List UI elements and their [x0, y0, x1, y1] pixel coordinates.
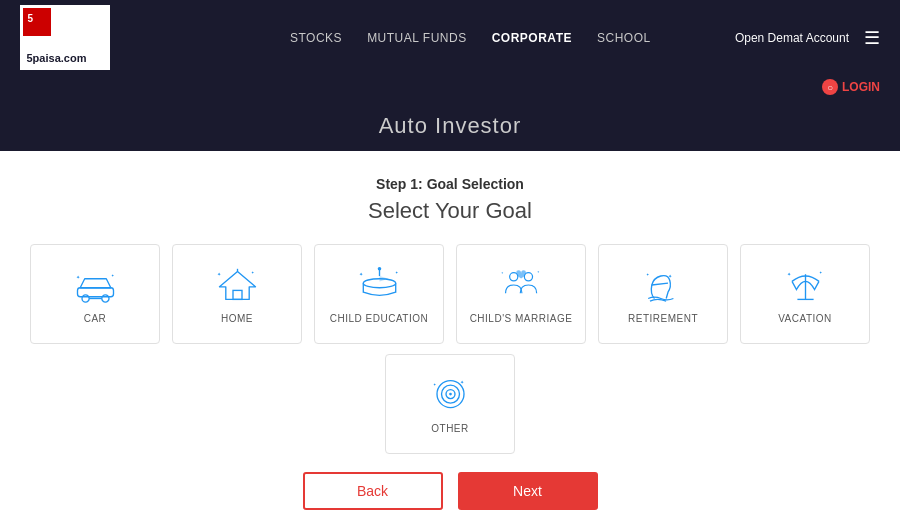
- user-icon: ○: [822, 79, 838, 95]
- goal-card-retirement[interactable]: ✦ ✦ RETIREMENT: [598, 244, 728, 344]
- nav-mutual-funds[interactable]: MUTUAL FUNDS: [367, 31, 467, 45]
- home-label: HOME: [221, 313, 253, 324]
- nav-school[interactable]: SCHOOL: [597, 31, 651, 45]
- car-label: CAR: [84, 313, 107, 324]
- retirement-icon: ✦ ✦: [641, 265, 686, 305]
- svg-point-31: [449, 392, 452, 395]
- child-education-icon: ✦ ✦: [357, 265, 402, 305]
- main-content: Step 1: Goal Selection Select Your Goal …: [0, 151, 900, 514]
- goals-row-2: ✦ ✦ OTHER: [20, 354, 880, 454]
- svg-text:✦: ✦: [432, 383, 436, 387]
- svg-text:✦: ✦: [500, 270, 503, 274]
- svg-text:✦: ✦: [394, 271, 398, 275]
- svg-marker-13: [379, 276, 388, 281]
- svg-text:✦: ✦: [819, 271, 823, 275]
- goal-card-car[interactable]: ✦ ✦ CAR: [30, 244, 160, 344]
- page-title: Auto Investor: [379, 113, 522, 138]
- header: 5 5paisa.com STOCKS MUTUAL FUNDS CORPORA…: [0, 0, 900, 75]
- goals-row-1: ✦ ✦ CAR ✦ ✦ HOME: [20, 244, 880, 344]
- vacation-label: VACATION: [778, 313, 832, 324]
- nav-corporate[interactable]: CORPORATE: [492, 31, 572, 45]
- back-button[interactable]: Back: [303, 472, 443, 510]
- svg-text:✦: ✦: [216, 272, 220, 277]
- login-button[interactable]: ○ LOGIN: [822, 79, 880, 95]
- goal-card-home[interactable]: ✦ ✦ HOME: [172, 244, 302, 344]
- hamburger-icon[interactable]: ☰: [864, 27, 880, 49]
- goal-card-childs-marriage[interactable]: ✦ ✦ CHILD'S MARRIAGE: [456, 244, 586, 344]
- header-right: Open Demat Account ☰: [735, 27, 880, 49]
- svg-rect-8: [233, 290, 242, 299]
- svg-text:✦: ✦: [251, 271, 255, 275]
- svg-text:✦: ✦: [537, 269, 540, 273]
- car-icon: ✦ ✦: [73, 265, 118, 305]
- svg-text:✦: ✦: [668, 273, 672, 278]
- childs-marriage-icon: ✦ ✦: [499, 265, 544, 305]
- goal-title: Select Your Goal: [20, 198, 880, 224]
- login-label: LOGIN: [842, 80, 880, 94]
- logo[interactable]: 5 5paisa.com: [20, 5, 110, 70]
- login-row: ○ LOGIN: [0, 75, 900, 101]
- other-icon: ✦ ✦: [428, 375, 473, 415]
- svg-point-2: [101, 294, 108, 301]
- nav: STOCKS MUTUAL FUNDS CORPORATE SCHOOL: [290, 31, 735, 45]
- goal-card-child-education[interactable]: ✦ ✦ CHILD EDUCATION: [314, 244, 444, 344]
- retirement-label: RETIREMENT: [628, 313, 698, 324]
- button-row: Back Next: [20, 472, 880, 510]
- svg-text:✦: ✦: [110, 273, 114, 277]
- other-label: OTHER: [431, 423, 469, 434]
- svg-text:✦: ✦: [786, 272, 790, 277]
- open-demat-link[interactable]: Open Demat Account: [735, 31, 849, 45]
- nav-stocks[interactable]: STOCKS: [290, 31, 342, 45]
- goal-card-vacation[interactable]: ✦ ✦ VACATION: [740, 244, 870, 344]
- next-button[interactable]: Next: [458, 472, 598, 510]
- svg-point-15: [377, 267, 381, 271]
- goal-card-other[interactable]: ✦ ✦ OTHER: [385, 354, 515, 454]
- title-bar: Auto Investor: [0, 101, 900, 151]
- svg-text:✦: ✦: [645, 273, 649, 277]
- childs-marriage-label: CHILD'S MARRIAGE: [470, 313, 573, 324]
- svg-text:✦: ✦: [358, 272, 362, 277]
- svg-text:✦: ✦: [459, 380, 463, 385]
- step-label: Step 1: Goal Selection: [20, 176, 880, 192]
- svg-marker-7: [219, 271, 255, 299]
- child-education-label: CHILD EDUCATION: [330, 313, 428, 324]
- vacation-icon: ✦ ✦: [783, 265, 828, 305]
- svg-text:✦: ✦: [75, 273, 79, 279]
- home-icon: ✦ ✦: [215, 265, 260, 305]
- svg-point-1: [82, 294, 89, 301]
